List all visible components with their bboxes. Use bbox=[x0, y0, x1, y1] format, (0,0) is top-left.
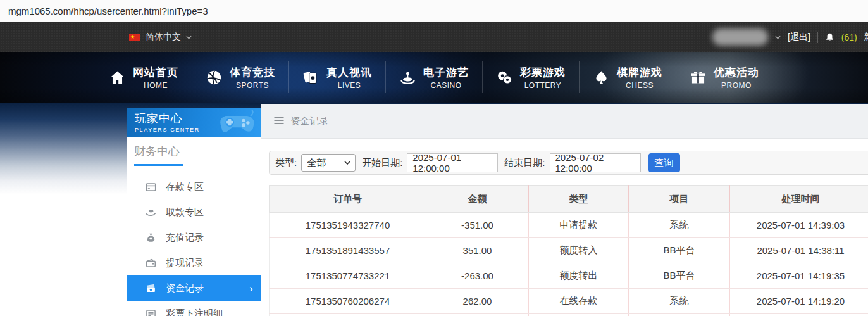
nav-label-en: SPORTS bbox=[236, 81, 269, 90]
nav-item-lives[interactable]: 真人视讯LIVES bbox=[288, 61, 385, 93]
sidebar-item-1[interactable]: 取款专区 bbox=[127, 199, 261, 225]
cell: 额度转入 bbox=[529, 238, 629, 263]
nav-item-chess[interactable]: 棋牌游戏CHESS bbox=[579, 61, 676, 93]
username-redacted[interactable] bbox=[712, 28, 768, 46]
cell: 1751350760206274 bbox=[270, 289, 426, 314]
nav-label-zh: 体育竞技 bbox=[230, 65, 275, 80]
lottery-balls-icon bbox=[496, 69, 513, 86]
sports-ball-icon bbox=[206, 69, 223, 86]
spade-icon bbox=[593, 69, 610, 86]
nav-item-home[interactable]: 网站首页HOME bbox=[96, 61, 192, 93]
col-header-2: 类型 bbox=[529, 186, 629, 213]
top-utility-bar: ★ 简体中文 [退出] (61) 新消息 bbox=[0, 22, 868, 52]
sidebar-item-4[interactable]: 资金记录› bbox=[127, 275, 261, 301]
chevron-down-icon bbox=[344, 161, 350, 165]
cell: 系统 bbox=[629, 213, 730, 238]
type-select[interactable]: 全部 bbox=[301, 154, 356, 172]
sidebar-item-0[interactable]: 存款专区 bbox=[127, 174, 261, 199]
cell: 申请提款 bbox=[529, 213, 629, 238]
nav-label-en: HOME bbox=[144, 81, 168, 90]
nav-label-zh: 真人视讯 bbox=[326, 65, 372, 80]
home-icon bbox=[109, 69, 126, 86]
col-header-1: 金额 bbox=[426, 186, 529, 213]
cell: BB平台 bbox=[629, 263, 730, 289]
sidebar-item-label: 提现记录 bbox=[166, 257, 204, 269]
cards-icon bbox=[302, 69, 319, 86]
sidebar: 玩家中心 PLAYERS CENTER 财务中心 存款专区取款专区充值记录提现 bbox=[127, 108, 261, 316]
start-date-label: 开始日期: bbox=[362, 157, 402, 169]
cell: -351.00 bbox=[426, 213, 529, 238]
funds-icon bbox=[146, 283, 156, 294]
sidebar-header: 玩家中心 PLAYERS CENTER bbox=[127, 108, 261, 137]
language-selector[interactable]: ★ 简体中文 bbox=[129, 22, 192, 52]
sidebar-item-2[interactable]: 充值记录 bbox=[127, 225, 261, 250]
roulette-icon bbox=[399, 69, 416, 86]
cell: 2025-07-01 14:38:11 bbox=[730, 238, 868, 263]
withdraw-hand-icon bbox=[146, 207, 156, 218]
nav-label-en: PROMO bbox=[721, 81, 752, 90]
main-nav-items: 网站首页HOME体育竞技SPORTS真人视讯LIVES电子游艺CASINO彩票游… bbox=[96, 61, 772, 93]
chevron-right-icon: › bbox=[249, 283, 253, 294]
page: mgm1065.com/hhcp/usercenter.html?iniType… bbox=[0, 0, 868, 316]
search-button[interactable]: 查询 bbox=[648, 153, 680, 172]
end-date-input[interactable]: 2025-07-02 12:00:00 bbox=[550, 153, 641, 172]
user-area: [退出] (61) 新消息 bbox=[712, 22, 868, 52]
nav-item-sports[interactable]: 体育竞技SPORTS bbox=[192, 61, 288, 93]
filter-bar: 类型: 全部 开始日期: 2025-07-01 12:00:00 结束日期: 2… bbox=[269, 151, 868, 175]
sidebar-menu: 存款专区取款专区充值记录提现记录资金记录›彩票下注明细 bbox=[127, 165, 261, 316]
url-text: mgm1065.com/hhcp/usercenter.html?iniType… bbox=[8, 6, 208, 16]
nav-label-en: LIVES bbox=[338, 81, 361, 90]
cell: 1751351943327740 bbox=[270, 213, 426, 238]
message-label[interactable]: 新消息 bbox=[864, 32, 868, 43]
col-header-3: 项目 bbox=[629, 186, 730, 213]
sidebar-item-label: 取款专区 bbox=[166, 206, 204, 218]
nav-label-en: CASINO bbox=[430, 81, 461, 90]
china-flag-icon: ★ bbox=[129, 34, 140, 41]
nav-label-zh: 电子游艺 bbox=[423, 65, 469, 80]
gamepad-icon bbox=[217, 110, 257, 135]
sidebar-item-3[interactable]: 提现记录 bbox=[127, 250, 261, 275]
table-row: 1751351943327740-351.00申请提款系统2025-07-01 … bbox=[270, 213, 868, 238]
end-date-value: 2025-07-02 12:00:00 bbox=[555, 152, 640, 174]
sidebar-item-label: 充值记录 bbox=[166, 232, 204, 244]
sidebar-item-label: 存款专区 bbox=[166, 181, 204, 193]
content-area: 玩家中心 PLAYERS CENTER 财务中心 存款专区取款专区充值记录提现 bbox=[0, 103, 868, 316]
sidebar-item-5[interactable]: 彩票下注明细 bbox=[127, 301, 261, 316]
table-body: 1751351943327740-351.00申请提款系统2025-07-01 … bbox=[270, 213, 868, 316]
cell: 262.00 bbox=[426, 289, 529, 314]
browser-url-bar[interactable]: mgm1065.com/hhcp/usercenter.html?iniType… bbox=[0, 0, 868, 22]
nav-label-zh: 棋牌游戏 bbox=[617, 65, 662, 80]
chevron-down-icon bbox=[186, 35, 192, 39]
start-date-value: 2025-07-01 12:00:00 bbox=[412, 152, 497, 174]
start-date-input[interactable]: 2025-07-01 12:00:00 bbox=[407, 153, 498, 172]
message-count[interactable]: (61) bbox=[841, 32, 857, 42]
language-label: 简体中文 bbox=[146, 32, 181, 43]
panel-body: 类型: 全部 开始日期: 2025-07-01 12:00:00 结束日期: 2… bbox=[261, 139, 868, 316]
gift-icon bbox=[690, 69, 707, 86]
cell: -263.00 bbox=[426, 263, 529, 289]
nav-item-promo[interactable]: 优惠活动PROMO bbox=[676, 61, 772, 93]
sidebar-section-header: 财务中心 bbox=[134, 137, 254, 165]
end-date-label: 结束日期: bbox=[504, 157, 545, 169]
list-icon bbox=[146, 308, 156, 316]
logout-link[interactable]: [退出] bbox=[788, 32, 810, 43]
table-row: 1751350760206274262.00在线存款系统2025-07-01 1… bbox=[270, 289, 868, 314]
cell: 在线存款 bbox=[529, 289, 629, 314]
nav-label-en: CHESS bbox=[626, 81, 654, 90]
wallet-icon bbox=[146, 258, 156, 269]
nav-label-zh: 彩票游戏 bbox=[520, 65, 566, 80]
type-select-value: 全部 bbox=[307, 157, 326, 169]
table-row: 1751350774733221-263.00额度转出BB平台2025-07-0… bbox=[270, 263, 868, 289]
cell: 2025-07-01 14:39:03 bbox=[730, 213, 868, 238]
nav-label-zh: 网站首页 bbox=[133, 65, 178, 80]
cell: 1751351891433557 bbox=[270, 238, 426, 263]
table-row-partial bbox=[270, 314, 868, 316]
col-header-0: 订单号 bbox=[270, 186, 426, 213]
cell: BB平台 bbox=[629, 238, 730, 263]
nav-item-casino[interactable]: 电子游艺CASINO bbox=[385, 61, 482, 93]
sidebar-item-label: 资金记录 bbox=[166, 282, 204, 294]
chevron-down-icon[interactable] bbox=[775, 35, 781, 39]
nav-item-lottery[interactable]: 彩票游戏LOTTERY bbox=[482, 61, 579, 93]
cell: 1751350774733221 bbox=[270, 263, 426, 289]
notification-bell-icon[interactable] bbox=[825, 32, 834, 42]
